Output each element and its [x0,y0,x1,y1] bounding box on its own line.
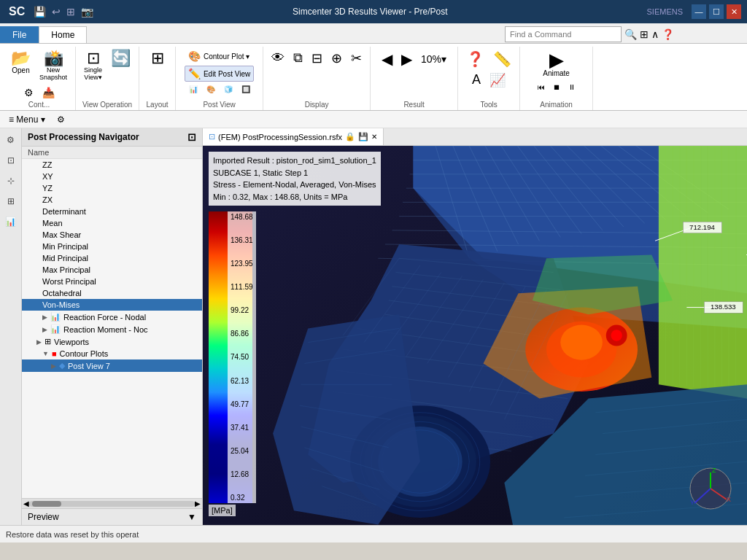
anim-btn3[interactable]: ⏸ [565,81,579,93]
post-view7-expand-icon[interactable]: ▶ [51,362,56,370]
tree-item-viewports[interactable]: ▶ ⊞ Viewports [22,335,202,348]
close-tab-icon[interactable]: ✕ [371,133,377,141]
tree-item-contour-plots[interactable]: ▼ ■ Contour Plots [22,348,202,359]
tree-item-max-shear[interactable]: Max Shear [22,229,202,241]
tree-item-determinant[interactable]: Determinant [22,206,202,217]
result-right-button[interactable]: ▶ [398,48,416,70]
ribbon-group-animation: ▶ Animate ⏮ ⏹ ⏸ Animation [520,47,593,110]
tree-item-max-principal[interactable]: Max Principal [22,264,202,276]
viewports-expand-icon[interactable]: ▶ [36,338,42,346]
left-toolbar-btn3[interactable]: ⊹ [2,172,20,190]
tree-item-zz[interactable]: ZZ [22,159,202,171]
display-btn1[interactable]: 👁 [268,48,288,69]
search-input[interactable] [505,26,622,42]
view3d-icon: ⊕ [331,50,342,66]
left-toolbar-btn5[interactable]: 📊 [2,213,20,230]
settings-small-button[interactable]: ⚙ [20,85,37,101]
scroll-track[interactable] [29,501,195,507]
anim-btn1[interactable]: ⏮ [534,81,549,93]
preview-expand-icon[interactable]: ▼ [187,512,196,522]
close-button[interactable]: ✕ [727,4,741,19]
tree-header: Name [22,147,202,159]
ribbon-group-layout: ⊞ Layout [139,47,176,110]
scroll-thumb[interactable] [32,501,61,507]
tree-item-mid-principal[interactable]: Mid Principal [22,252,202,264]
left-toolbar-btn4[interactable]: ⊞ [2,192,20,210]
info-line4: Min : 0.32, Max : 148.68, Units = MPa [213,191,376,203]
expand-icon[interactable]: ⊞ [640,28,649,40]
query-icon: ❓ [466,50,484,68]
left-toolbar-btn2[interactable]: ⊡ [2,152,20,169]
display-btn2[interactable]: ⧉ [290,48,306,69]
ribbon: 📂 Open 📸 NewSnapshot ⚙ 📥 Cont... ⊡ Singl… [0,44,747,111]
scroll-left-icon[interactable]: ◀ [23,499,29,508]
text-button[interactable]: A [468,70,484,90]
tree-item-worst-principal[interactable]: Worst Principal [22,276,202,287]
query-button[interactable]: ❓ [462,48,488,70]
collapse-icon[interactable]: ∧ [651,28,659,40]
tab-home[interactable]: Home [39,26,87,43]
animate-button[interactable]: ▶ Animate [535,48,578,79]
search-icon[interactable]: 🔍 [624,28,637,40]
layout-button[interactable]: ⊞ [147,48,168,69]
new-snapshot-button[interactable]: 📸 NewSnapshot [36,48,71,83]
tree-item-min-principal[interactable]: Min Principal [22,241,202,252]
refresh-button[interactable]: 🔄 [107,48,134,83]
tree-item-mean[interactable]: Mean [22,217,202,229]
scale-val-7: 62.13 [231,377,253,385]
tree-item-yz[interactable]: YZ [22,182,202,194]
tree-item-post-view-7[interactable]: ▶ ◆ Post View 7 [22,359,202,372]
tree-item-zx[interactable]: ZX [22,194,202,206]
camera-icon[interactable]: 📷 [81,6,93,18]
settings-menu-button[interactable]: ⚙ [51,113,71,126]
scroll-right-icon[interactable]: ▶ [195,499,201,508]
left-toolbar-btn1[interactable]: ⚙ [2,131,20,149]
minimize-button[interactable]: — [692,4,706,19]
tree-item-xy[interactable]: XY [22,171,202,182]
horizontal-scrollbar[interactable]: ◀ ▶ [22,498,202,508]
result-percent-button[interactable]: 10%▾ [417,51,450,67]
import-button[interactable]: 📥 [39,85,58,101]
reaction-moment-expand-icon[interactable]: ▶ [42,326,47,333]
ribbon-group-postview: 🎨 Contour Plot ▾ ✏️ Edit Post View 📊 🎨 🧊… [176,47,263,110]
edit-post-view-button[interactable]: ✏️ Edit Post View [185,66,254,82]
3d-button[interactable]: 🧊 [220,83,236,96]
viewop-row: ⊡ SingleView▾ 🔄 [80,48,134,83]
viewer-tab-main[interactable]: ⊡ (FEM) PostProcessingSession.rsfx 🔒 💾 ✕ [203,128,384,145]
contour-plots-tree-icon: ■ [52,349,57,358]
contour-plots-expand-icon[interactable]: ▼ [42,350,49,357]
main-menu-button[interactable]: ≡ Menu ▾ [3,113,51,126]
panel-toggle-icon[interactable]: ⊡ [187,131,196,143]
maximize-button[interactable]: ☐ [709,4,724,19]
plot-options-button[interactable]: 📊 [185,83,201,96]
reaction-force-expand-icon[interactable]: ▶ [42,314,47,321]
display-btn5[interactable]: ✂ [347,48,365,69]
postview-label: Post View [203,101,235,110]
measure-button[interactable]: 📏 [489,48,515,70]
mesh-button[interactable]: 🔲 [238,83,254,96]
3d-icon: 🧊 [224,85,233,93]
tab-file[interactable]: File [0,26,39,43]
anim-btn2[interactable]: ⏹ [549,81,564,93]
open-button[interactable]: 📂 Open [7,48,34,83]
undo-icon[interactable]: ↩ [52,6,61,18]
status-bar: Restore data was reset by this operat [0,525,747,542]
tree-item-reaction-moment[interactable]: ▶ 📊 Reaction Moment - Noc [22,323,202,335]
contour-plot-button[interactable]: 🎨 Contour Plot ▾ [185,48,254,64]
tree-item-von-mises[interactable]: Von-Mises [22,299,202,311]
display-btn3[interactable]: ⊟ [308,48,326,69]
result-left-button[interactable]: ◀ [378,48,396,70]
chart-button[interactable]: 📈 [486,70,509,90]
single-view-button[interactable]: ⊡ SingleView▾ [80,48,106,83]
tree-item-octahedral[interactable]: Octahedral [22,287,202,299]
window-icon[interactable]: ⊞ [66,6,75,18]
mid-principal-label: Mid Principal [42,254,88,262]
save-icon[interactable]: 💾 [34,6,46,18]
ribbon-group-display: 👁 ⧉ ⊟ ⊕ ✂ Display [263,47,371,110]
help-icon[interactable]: ❓ [662,28,674,40]
contour-plots-label: Contour Plots [60,349,109,358]
color-button[interactable]: 🎨 [203,83,219,96]
display-btn4[interactable]: ⊕ [328,48,346,69]
svg-text:Y: Y [690,499,694,506]
tree-item-reaction-force[interactable]: ▶ 📊 Reaction Force - Nodal [22,311,202,323]
